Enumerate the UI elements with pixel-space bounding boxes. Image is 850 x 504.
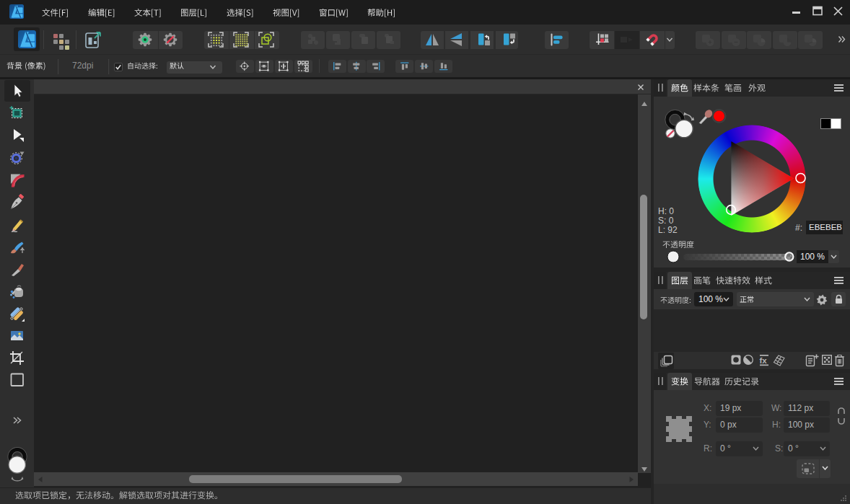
svg-text:fx: fx [760, 356, 768, 365]
